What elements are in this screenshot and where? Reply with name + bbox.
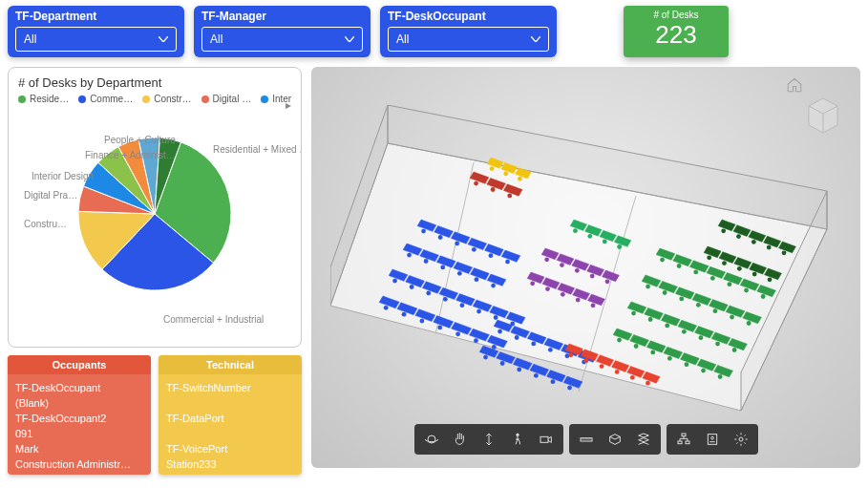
svg-point-79 (575, 268, 580, 273)
svg-point-189 (685, 362, 689, 367)
svg-point-45 (494, 315, 498, 320)
card-header: Technical (159, 355, 302, 374)
svg-point-41 (460, 303, 465, 308)
model-tree-icon[interactable] (669, 427, 698, 452)
svg-point-201 (767, 245, 772, 250)
svg-point-65 (491, 187, 496, 192)
filter-department: TF-Department All (8, 6, 184, 57)
svg-point-129 (584, 358, 589, 363)
svg-point-185 (650, 350, 655, 355)
svg-point-145 (710, 276, 715, 281)
svg-point-11 (438, 235, 443, 240)
svg-point-109 (548, 348, 553, 352)
properties-icon[interactable] (698, 427, 727, 452)
svg-point-85 (530, 281, 535, 286)
svg-point-125 (567, 386, 572, 391)
legend-item[interactable]: Comme… (78, 94, 133, 104)
svg-point-181 (617, 338, 622, 343)
svg-point-119 (517, 368, 521, 372)
measure-icon[interactable] (572, 427, 601, 452)
svg-point-101 (617, 244, 622, 249)
svg-point-25 (440, 265, 445, 270)
pie-label: Finance + Administ… (85, 150, 176, 160)
section-icon[interactable] (601, 427, 629, 452)
svg-point-103 (498, 329, 502, 334)
pie-label: Residential + Mixed … (213, 144, 302, 155)
svg-point-173 (682, 329, 687, 334)
svg-point-21 (407, 253, 412, 258)
card-body: TF-DeskOccupant (Blank) TF-DeskOccupant2… (8, 374, 151, 475)
svg-point-137 (646, 381, 650, 386)
svg-point-97 (587, 234, 592, 239)
svg-marker-120 (530, 364, 549, 375)
svg-rect-216 (540, 436, 548, 442)
svg-point-19 (505, 260, 510, 265)
svg-point-17 (489, 253, 494, 258)
filter-manager: TF-Manager All (194, 6, 370, 57)
dolly-icon[interactable] (475, 427, 503, 452)
svg-point-123 (551, 379, 556, 384)
svg-point-175 (699, 335, 704, 340)
svg-point-151 (761, 294, 766, 299)
card-row: TF-DeskOccupant (15, 380, 143, 395)
svg-point-29 (475, 277, 479, 282)
card-row (166, 395, 294, 411)
svg-point-105 (515, 335, 519, 340)
svg-point-191 (701, 369, 706, 373)
svg-point-211 (752, 272, 757, 277)
svg-rect-219 (678, 441, 682, 444)
occupants-card[interactable]: Occupants TF-DeskOccupant (Blank) TF-Des… (8, 355, 151, 475)
orbit-icon[interactable] (417, 427, 446, 452)
pie-chart[interactable]: People + Culture Finance + Administ… Int… (18, 104, 291, 324)
svg-point-43 (476, 309, 481, 314)
svg-point-161 (713, 308, 718, 313)
card-row: TF-DataPort (166, 411, 294, 426)
legend-item[interactable]: Reside… (18, 94, 69, 104)
filter-value: All (24, 32, 36, 46)
card-row: 091 (15, 426, 143, 441)
svg-point-117 (500, 361, 505, 366)
filter-department-select[interactable]: All (15, 27, 177, 52)
svg-point-195 (721, 228, 726, 233)
top-filter-row: TF-Department All TF-Manager All TF-Desk… (0, 0, 868, 67)
pie-label: People + Culture (104, 135, 176, 145)
svg-point-205 (707, 255, 711, 260)
model-viewer-3d[interactable] (311, 67, 860, 468)
svg-point-27 (457, 271, 462, 276)
main-row: # of Desks by Department Reside… Comme… … (0, 67, 868, 482)
svg-point-61 (492, 345, 497, 350)
svg-point-197 (736, 234, 741, 239)
filter-manager-select[interactable]: All (201, 27, 363, 52)
svg-point-49 (384, 306, 389, 310)
svg-point-15 (472, 247, 476, 252)
filter-deskoccupant-select[interactable]: All (388, 27, 549, 52)
svg-point-141 (677, 264, 682, 268)
legend-item[interactable]: Digital … (201, 94, 252, 104)
settings-icon[interactable] (727, 427, 755, 452)
pan-icon[interactable] (446, 427, 475, 452)
toolbar-group-tools (569, 424, 661, 455)
svg-point-133 (615, 370, 620, 374)
svg-point-69 (490, 166, 495, 171)
filter-label: TF-DeskOccupant (388, 10, 549, 23)
svg-point-35 (410, 285, 414, 289)
walk-icon[interactable] (503, 427, 532, 452)
legend-item[interactable]: Constr… (142, 94, 191, 104)
svg-point-179 (732, 348, 737, 352)
svg-point-143 (693, 270, 698, 275)
svg-point-81 (590, 274, 595, 279)
svg-point-157 (679, 297, 684, 302)
toolbar-group-panels (667, 424, 758, 455)
info-row: Occupants TF-DeskOccupant (Blank) TF-Des… (8, 355, 302, 475)
kpi-desk-count: # of Desks 223 (624, 6, 729, 57)
pie-label: Commercial + Industrial (163, 314, 264, 325)
svg-point-93 (591, 303, 596, 308)
card-row (166, 426, 294, 441)
technical-card[interactable]: Technical TF-SwitchNumber TF-DataPort TF… (159, 355, 302, 475)
explode-icon[interactable] (629, 427, 658, 452)
camera-icon[interactable] (532, 427, 561, 452)
svg-point-87 (545, 286, 550, 291)
svg-point-31 (491, 284, 496, 288)
svg-marker-118 (513, 358, 532, 370)
legend-dot-icon (261, 95, 268, 103)
